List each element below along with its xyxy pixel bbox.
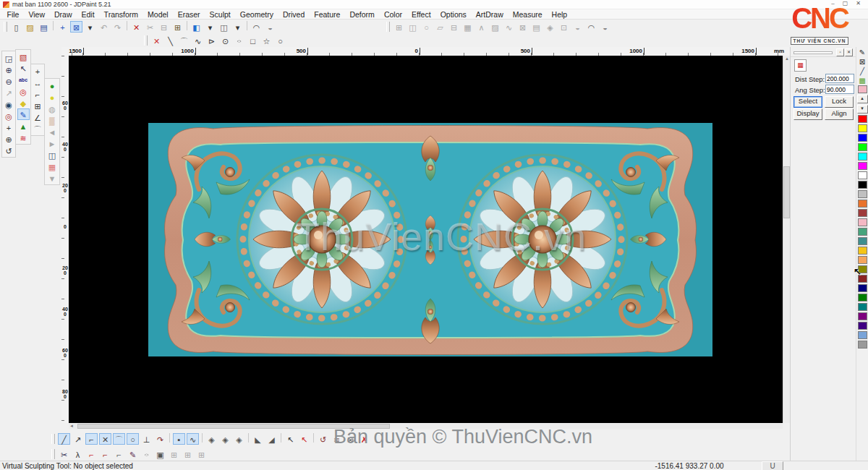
dome-outline-icon[interactable]: ◠ bbox=[250, 21, 263, 33]
pick-delete-icon[interactable]: ↖ bbox=[298, 433, 310, 445]
panel-close-button[interactable]: ✕ bbox=[845, 48, 853, 56]
dome-outline-icon[interactable]: ◠ bbox=[585, 21, 597, 33]
pan-view-icon[interactable]: ◲ bbox=[3, 52, 15, 64]
color-swatch-white[interactable] bbox=[858, 171, 867, 179]
sculpt-pen-icon[interactable]: ✎ bbox=[17, 108, 30, 120]
light-green-icon[interactable]: ● bbox=[46, 80, 59, 91]
dropdown-arrow-icon[interactable]: ▾ bbox=[84, 21, 96, 33]
chamfer-tool-icon[interactable]: ⌐ bbox=[99, 448, 111, 460]
arc-measure-icon[interactable]: ⌒ bbox=[32, 123, 44, 134]
menu-transform[interactable]: Transform bbox=[99, 10, 142, 19]
node-edit-icon[interactable]: ↖ bbox=[17, 62, 30, 74]
snap-node-icon[interactable]: ↗ bbox=[72, 433, 84, 445]
color-swatch-pink[interactable] bbox=[858, 218, 867, 226]
dropper-icon[interactable]: ╱ bbox=[857, 66, 868, 75]
delete-icon[interactable]: ✕ bbox=[130, 21, 142, 33]
design-canvas[interactable]: ThuVienCNC.vn bbox=[69, 56, 783, 423]
line-tool-icon[interactable]: ╲ bbox=[164, 35, 176, 46]
model-box-icon[interactable]: ◫ bbox=[46, 149, 59, 161]
horizontal-scrollbar[interactable]: ◄ bbox=[69, 423, 783, 429]
menu-deform[interactable]: Deform bbox=[345, 10, 379, 19]
fence-tool-icon[interactable]: ⊞ bbox=[32, 100, 44, 111]
material-dots-icon[interactable]: ▒ bbox=[46, 114, 59, 126]
color-swatch-olive[interactable] bbox=[858, 265, 867, 273]
pick-tool-icon[interactable]: ↖ bbox=[284, 433, 297, 445]
angle-tool-icon[interactable]: ∠ bbox=[32, 111, 44, 123]
toolbar-grip[interactable] bbox=[386, 22, 390, 32]
target-tool-icon[interactable]: ◎ bbox=[17, 85, 30, 97]
menu-color[interactable]: Color bbox=[379, 10, 407, 19]
toolbar-grip[interactable] bbox=[51, 434, 55, 444]
zoom-object-icon[interactable]: ◎ bbox=[3, 110, 15, 121]
menu-eraser[interactable]: Eraser bbox=[173, 10, 205, 19]
rectangle-tool-icon[interactable]: □ bbox=[247, 35, 259, 46]
slope-edit-icon[interactable]: ◢ bbox=[265, 433, 278, 445]
zoom-in-icon[interactable]: ⊕ bbox=[3, 64, 15, 75]
marquee-box-icon[interactable]: ⊠ bbox=[857, 56, 868, 66]
menu-help[interactable]: Help bbox=[547, 10, 572, 19]
refresh-view-icon[interactable]: ↺ bbox=[3, 145, 15, 156]
zoom-window-icon[interactable]: ⊕ bbox=[3, 133, 15, 145]
arc-tool-icon[interactable]: ⌒ bbox=[178, 35, 190, 46]
view-3d-icon[interactable]: ◫ bbox=[218, 21, 230, 33]
open-file-icon[interactable]: ▨ bbox=[24, 21, 36, 33]
menu-view[interactable]: View bbox=[24, 10, 50, 19]
star-tool-icon[interactable]: ☆ bbox=[260, 35, 273, 46]
text-tool-icon[interactable]: abc bbox=[17, 74, 30, 85]
measure-width-icon[interactable]: ↔ bbox=[32, 77, 44, 88]
snap-plane-2-icon[interactable]: ◈ bbox=[219, 433, 231, 445]
save-icon[interactable]: ▤ bbox=[38, 21, 50, 33]
pen-tool-icon[interactable]: ✎ bbox=[857, 47, 868, 56]
display-button[interactable]: Display bbox=[793, 108, 822, 120]
panel-tab-icon[interactable]: ▦ bbox=[794, 59, 807, 72]
palette-scroll-down-icon[interactable]: ▼ bbox=[857, 105, 868, 114]
lock-button[interactable]: Lock bbox=[825, 96, 854, 108]
color-swatch-darkred[interactable] bbox=[858, 275, 867, 283]
fill-color-icon[interactable]: ◧ bbox=[190, 21, 203, 33]
color-swatch-blue[interactable] bbox=[858, 134, 867, 142]
unit-toggle-button[interactable]: U bbox=[762, 461, 783, 470]
trim-tool-icon[interactable]: ✂ bbox=[58, 448, 70, 460]
menu-file[interactable]: File bbox=[2, 10, 24, 19]
snap-curve-icon[interactable]: ∿ bbox=[187, 433, 199, 445]
polygon-tool-icon[interactable]: ⊳ bbox=[205, 35, 218, 46]
select-button[interactable]: Select bbox=[793, 96, 822, 108]
relief-tool-icon[interactable]: ▲ bbox=[17, 120, 30, 132]
color-swatch-cyan[interactable] bbox=[858, 153, 867, 161]
hatch-snap-icon[interactable]: ≋ bbox=[331, 433, 343, 445]
horizontal-scroll-thumb[interactable] bbox=[77, 424, 390, 429]
slope-tool-icon[interactable]: ◣ bbox=[252, 433, 264, 445]
dome-filled-icon[interactable]: ◒ bbox=[599, 21, 611, 33]
menu-sculpt[interactable]: Sculpt bbox=[205, 10, 235, 19]
menu-model[interactable]: Model bbox=[143, 10, 174, 19]
menu-draw[interactable]: Draw bbox=[50, 10, 77, 19]
panel-resize-slider[interactable] bbox=[793, 51, 833, 54]
snap-line-icon[interactable]: ╱ bbox=[58, 433, 70, 445]
pink-grid-icon[interactable]: ▦ bbox=[46, 161, 59, 172]
menu-drived[interactable]: Drived bbox=[278, 10, 309, 19]
snap-arc-icon[interactable]: ⌒ bbox=[113, 433, 125, 445]
restore-button[interactable]: ▢ bbox=[843, 0, 848, 7]
color-swatch-gold[interactable] bbox=[858, 247, 867, 255]
close-button[interactable]: ✕ bbox=[856, 0, 861, 7]
color-swatch-magenta[interactable] bbox=[858, 162, 867, 170]
snap-circle-icon[interactable]: ○ bbox=[127, 433, 139, 445]
curve-pin-icon[interactable]: ✎ bbox=[127, 448, 139, 460]
color-swatch-silver[interactable] bbox=[858, 190, 867, 198]
step-tool-icon[interactable]: ⌐ bbox=[32, 88, 44, 100]
light-yellow-icon[interactable]: ● bbox=[46, 91, 59, 103]
color-swatch-teal2[interactable] bbox=[858, 303, 867, 311]
close-toolbar-icon[interactable]: ✗ bbox=[358, 433, 370, 445]
menu-edit[interactable]: Edit bbox=[77, 10, 99, 19]
menu-options[interactable]: Options bbox=[435, 10, 471, 19]
color-swatch-black[interactable] bbox=[858, 181, 867, 189]
color-swatch-navy[interactable] bbox=[858, 284, 867, 292]
palette-scroll-up-icon[interactable]: ▲ bbox=[857, 95, 868, 103]
snap-corner-icon[interactable]: ⌐ bbox=[85, 433, 98, 445]
dist-step-input[interactable] bbox=[825, 74, 854, 83]
snap-intersect-icon[interactable]: ✕ bbox=[99, 433, 111, 445]
snap-grid-icon[interactable]: ▪ bbox=[173, 433, 185, 445]
dome-filled-icon[interactable]: ◒ bbox=[264, 21, 276, 33]
menu-feature[interactable]: Feature bbox=[310, 10, 345, 19]
compare-tool-icon[interactable]: ≋ bbox=[17, 132, 30, 143]
